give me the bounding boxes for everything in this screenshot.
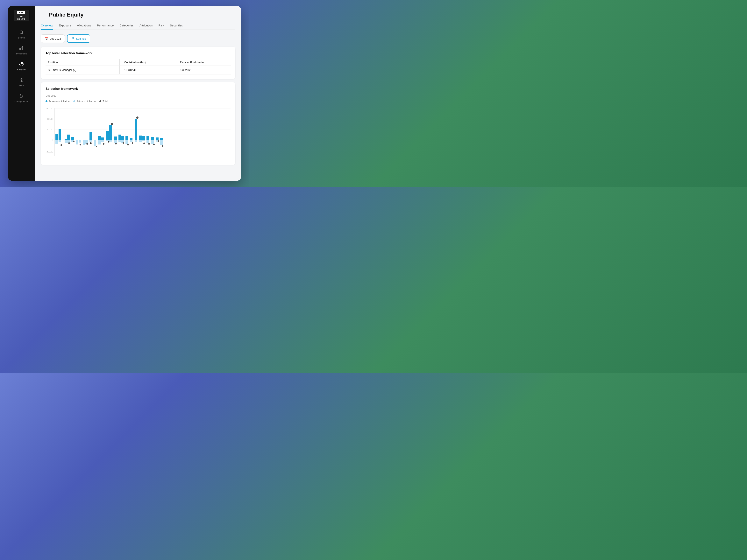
svg-point-13 (21, 97, 21, 98)
sidebar-nav: Search Investments (8, 27, 35, 177)
legend-total-dot (99, 100, 101, 102)
tabs-nav: Overview Exposure Allocations Performanc… (41, 22, 235, 30)
svg-line-6 (21, 63, 23, 64)
sidebar-item-data[interactable]: Data (8, 75, 35, 89)
sidebar-item-search-label: Search (18, 36, 25, 39)
dot-total-12 (123, 142, 124, 144)
tab-exposure[interactable]: Exposure (59, 22, 71, 30)
settings-icon (71, 37, 75, 41)
bar-passive-17 (139, 136, 142, 140)
tab-categories[interactable]: Categories (120, 22, 134, 30)
settings-button[interactable]: Settings (67, 34, 90, 43)
col-contribution: Contribution (bps) (120, 59, 175, 66)
svg-point-0 (20, 31, 23, 33)
svg-point-17 (72, 37, 73, 38)
bar-active-22 (139, 140, 142, 142)
investments-icon (19, 46, 24, 51)
date-picker-button[interactable]: 📅 Dec 2023 (41, 34, 65, 43)
top-table-title: Top level selection framework (46, 51, 231, 55)
legend-active: Active contribution (73, 100, 96, 103)
cell-passive: 8,332,02 (175, 66, 231, 75)
bar-passive-16 (135, 119, 137, 140)
dot-total-7 (96, 146, 97, 148)
dot-total-19 (158, 140, 159, 142)
bar-passive-5 (71, 137, 74, 140)
dot-total-9 (108, 141, 109, 142)
tab-performance[interactable]: Performance (97, 22, 113, 30)
bar-chart: 600.00 400.00 200.00 0 -200.00 (46, 106, 231, 160)
sidebar-item-investments-label: Investments (16, 53, 27, 55)
bar-active-8 (83, 140, 85, 145)
dot-total-10 (111, 123, 113, 125)
chart-svg: 600.00 400.00 200.00 0 -200.00 (46, 106, 231, 160)
dot-total-11 (115, 143, 117, 144)
bar-passive-11 (114, 136, 117, 140)
tab-risk[interactable]: Risk (158, 22, 164, 30)
svg-point-18 (73, 38, 74, 39)
bar-active-24 (147, 140, 149, 143)
sidebar-item-investments[interactable]: Investments (8, 43, 35, 58)
tab-overview[interactable]: Overview (41, 22, 53, 30)
y-label-0: 0 (52, 139, 53, 141)
bar-active-1 (55, 140, 58, 144)
page-header: ← Public Equity (41, 12, 235, 18)
sidebar-item-search[interactable]: Search (8, 27, 35, 42)
dot-total-2 (68, 142, 70, 144)
tab-securities[interactable]: Securities (170, 22, 183, 30)
page-title: Public Equity (49, 12, 83, 18)
dot-total-1 (60, 144, 62, 146)
tab-allocations[interactable]: Allocations (77, 22, 91, 30)
chart-subtitle: Dec 2023 (46, 94, 231, 97)
search-icon (19, 30, 24, 35)
configurations-icon (19, 94, 24, 99)
dot-total-17 (148, 143, 150, 145)
tab-attribution[interactable]: Attribution (139, 22, 153, 30)
sidebar-item-analytics-label: Analytics (17, 69, 26, 71)
legend-active-dot (73, 100, 75, 102)
bar-active-13 (101, 140, 104, 142)
svg-point-11 (20, 95, 21, 95)
legend-total: Total (99, 100, 107, 103)
legend-passive-label: Passive contribution (49, 100, 70, 103)
bar-passive-3 (65, 139, 67, 140)
svg-rect-4 (22, 47, 23, 50)
date-label: Dec 2023 (49, 37, 61, 40)
bar-passive-4 (67, 135, 70, 140)
sidebar-item-data-label: Data (19, 84, 24, 87)
bar-passive-2 (58, 129, 61, 140)
col-position: Position (46, 59, 120, 66)
top-level-table: Position Contribution (bps) Passive Cont… (46, 59, 231, 75)
back-button[interactable]: ← (41, 12, 46, 18)
bar-active-23 (142, 140, 145, 141)
chart-card: Selection framework Dec 2023 Passive con… (41, 82, 235, 165)
svg-rect-2 (20, 48, 20, 50)
bar-active-20 (130, 140, 132, 142)
bar-passive-15 (130, 138, 132, 140)
bar-active-21 (135, 140, 137, 142)
sidebar-item-analytics[interactable]: Analytics (8, 59, 35, 74)
legend-passive-dot (46, 100, 48, 102)
dot-total-8 (103, 143, 104, 145)
y-label-200: 200.00 (47, 128, 53, 131)
bar-passive-12 (119, 135, 121, 140)
bar-passive-18 (142, 136, 145, 140)
bar-active-3 (65, 140, 67, 143)
legend-active-label: Active contribution (76, 100, 96, 103)
bar-active-27 (160, 140, 163, 145)
svg-point-7 (21, 80, 22, 80)
bar-passive-21 (156, 137, 158, 140)
bar-active-11 (94, 140, 96, 146)
y-label-400: 400.00 (47, 118, 53, 120)
col-passive: Passive Contributio… (175, 59, 231, 66)
sidebar-item-configurations[interactable]: Configurations (8, 91, 35, 105)
chart-title: Selection framework (46, 87, 231, 91)
bar-active-2 (58, 140, 61, 142)
cell-contribution: 10,312.46 (120, 66, 175, 75)
top-table-card: Top level selection framework Position C… (41, 47, 235, 79)
dot-total-5 (86, 143, 88, 145)
y-label-neg200: -200.00 (46, 151, 53, 153)
legend-total-label: Total (103, 100, 107, 103)
chart-legend: Passive contribution Active contribution… (46, 100, 231, 103)
dot-total-3 (73, 140, 75, 142)
calendar-icon: 📅 (45, 37, 48, 40)
